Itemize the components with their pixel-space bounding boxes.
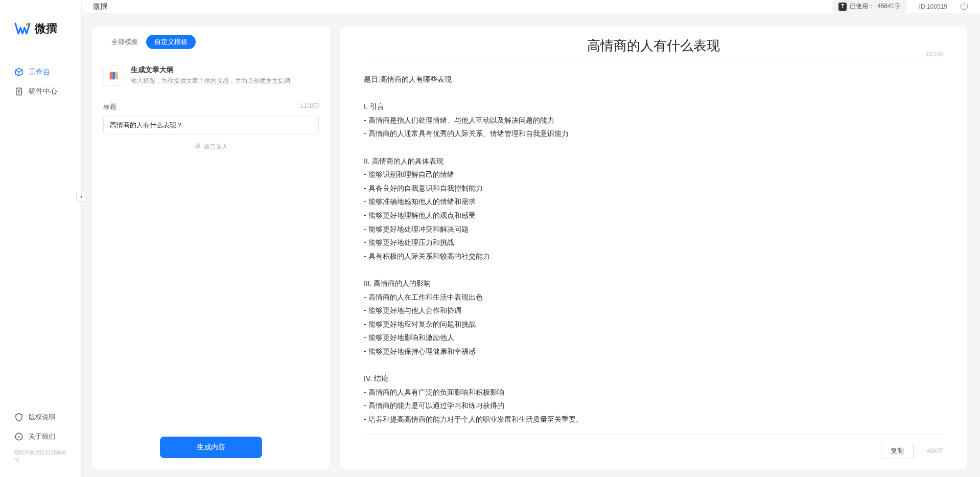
cube-icon bbox=[14, 67, 24, 77]
sidebar-item-workbench[interactable]: 工作台 bbox=[0, 62, 81, 82]
info-icon bbox=[14, 432, 24, 441]
input-panel: 全部模板 自定义模板 生成文章大纲 输入标题，为你提供文章主体的灵感，并为其创建… bbox=[92, 27, 330, 469]
voice-input-link[interactable]: 语音录入 bbox=[103, 143, 319, 151]
sidebar-item-copyright[interactable]: 版权说明 bbox=[0, 407, 81, 427]
template-name: 生成文章大纲 bbox=[131, 65, 290, 75]
output-title-counter: 10/100 bbox=[926, 51, 943, 57]
template-desc: 输入标题，为你提供文章主体的灵感，并为其创建推文提纲 bbox=[131, 77, 290, 85]
title-field-label: 标题 bbox=[103, 102, 116, 111]
svg-rect-9 bbox=[197, 144, 199, 147]
template-tabs: 全部模板 自定义模板 bbox=[103, 35, 319, 49]
usage-prefix: 已使用： bbox=[850, 2, 874, 11]
word-count: 404字 bbox=[927, 447, 943, 456]
sidebar-bottom: 版权说明 关于我们 鄂ICP备2022016946号 bbox=[0, 407, 81, 477]
output-panel: 高情商的人有什么表现 10/100 题目:高情商的人有哪些表现 I. 引言 - … bbox=[340, 27, 967, 469]
output-content[interactable]: 题目:高情商的人有哪些表现 I. 引言 - 高情商是指人们处理情绪、与他人互动以… bbox=[364, 73, 943, 426]
topbar: 微撰 T 已使用： 45641字 ID:100519 bbox=[82, 0, 980, 13]
logo[interactable]: 微撰 bbox=[0, 20, 81, 37]
template-book-icon bbox=[103, 65, 124, 86]
icp-text: 鄂ICP备2022016946号 bbox=[0, 446, 81, 467]
sidebar-item-label: 稿件中心 bbox=[29, 87, 57, 96]
sidebar-item-label: 关于我们 bbox=[29, 432, 55, 441]
sidebar-item-label: 工作台 bbox=[29, 67, 50, 77]
sidebar-item-drafts[interactable]: 稿件中心 bbox=[0, 82, 81, 101]
title-field-counter: 11/100 bbox=[300, 102, 319, 111]
tab-all-templates[interactable]: 全部模板 bbox=[103, 35, 146, 49]
shield-icon bbox=[14, 413, 24, 422]
sidebar-item-about[interactable]: 关于我们 bbox=[0, 427, 81, 446]
usage-badge[interactable]: T 已使用： 45641字 bbox=[832, 0, 906, 13]
usage-value: 45641字 bbox=[877, 2, 900, 11]
mic-icon bbox=[194, 143, 201, 151]
copy-button[interactable]: 复制 bbox=[881, 443, 914, 459]
output-title: 高情商的人有什么表现 bbox=[364, 37, 943, 55]
sidebar-collapse-handle[interactable] bbox=[76, 192, 86, 202]
generate-button[interactable]: 生成内容 bbox=[160, 437, 262, 458]
power-icon[interactable] bbox=[960, 1, 969, 12]
document-icon bbox=[14, 87, 24, 96]
app-title: 微撰 bbox=[93, 2, 107, 11]
svg-point-0 bbox=[26, 23, 29, 26]
voice-input-label: 语音录入 bbox=[203, 143, 228, 151]
title-input[interactable] bbox=[103, 116, 319, 134]
sidebar-item-label: 版权说明 bbox=[29, 413, 55, 422]
text-icon: T bbox=[838, 3, 847, 11]
sidebar: 微撰 工作台 bbox=[0, 0, 82, 477]
logo-icon bbox=[14, 20, 31, 37]
logo-text: 微撰 bbox=[35, 21, 57, 36]
template-card: 生成文章大纲 输入标题，为你提供文章主体的灵感，并为其创建推文提纲 bbox=[103, 59, 319, 92]
tab-custom-templates[interactable]: 自定义模板 bbox=[146, 35, 196, 49]
nav-main: 工作台 稿件中心 bbox=[0, 62, 81, 407]
user-id: ID:100519 bbox=[919, 3, 947, 10]
